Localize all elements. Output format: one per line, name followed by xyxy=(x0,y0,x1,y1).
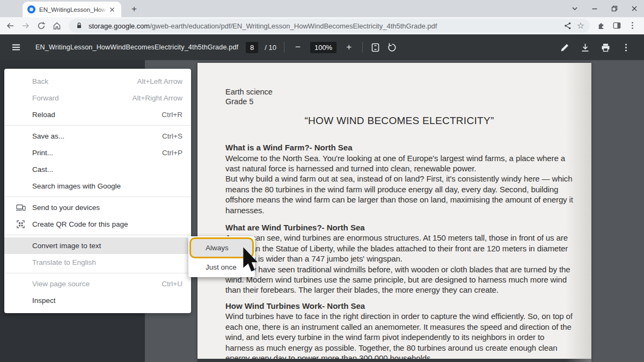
doc-title: “HOW WIND BECOMES ELECTRICITY” xyxy=(225,115,573,127)
doc-paragraph: Wind turbines have to face in the right … xyxy=(225,311,573,362)
menu-separator xyxy=(4,197,191,197)
pdf-action-buttons xyxy=(560,42,633,53)
menu-item-label: Save as... xyxy=(32,132,64,140)
toolbar-divider xyxy=(362,42,363,53)
menu-item-label: Create QR Code for this page xyxy=(32,220,128,228)
url-domain: storage.google.com xyxy=(89,22,150,30)
menu-item-send-to-devices[interactable]: Send to your devices xyxy=(4,199,191,216)
menu-item-label: View page source xyxy=(32,280,90,288)
zoom-out-button[interactable]: − xyxy=(292,41,304,53)
tab-strip: EN_WritingLesson_HowWindBec + xyxy=(0,0,644,17)
tab-search-chevron-icon[interactable] xyxy=(570,4,579,13)
minimize-icon[interactable] xyxy=(590,4,599,13)
tab-close-icon[interactable] xyxy=(108,6,116,13)
page-total-label: / 10 xyxy=(265,44,276,52)
submenu-item-label: Just once xyxy=(206,263,237,271)
close-window-icon[interactable] xyxy=(630,4,639,13)
doc-section: What is a Wind Farm?- North Sea Welcome … xyxy=(225,142,573,215)
menu-separator xyxy=(4,125,191,126)
reload-icon[interactable] xyxy=(36,21,46,31)
toolbar-divider xyxy=(284,42,284,53)
omnibox[interactable]: storage.google.com/gweb-earth/education/… xyxy=(69,19,590,33)
doc-paragraph: But why build a wind farm out at sea, in… xyxy=(225,173,573,215)
browser-menu-kebab-icon[interactable] xyxy=(628,21,638,31)
share-icon[interactable] xyxy=(564,21,573,31)
doc-section: How Wind Turbines Work- North Sea Wind t… xyxy=(225,301,573,362)
pdf-page[interactable]: Earth science Grade 5 “HOW WIND BECOMES … xyxy=(197,63,591,362)
home-icon[interactable] xyxy=(52,21,62,31)
back-icon[interactable] xyxy=(5,21,15,31)
annotate-pencil-icon[interactable] xyxy=(560,42,570,53)
menu-item-reload[interactable]: Reload Ctrl+R xyxy=(4,106,191,123)
page-bottom-edge xyxy=(197,359,591,362)
devices-icon xyxy=(16,202,26,213)
lock-icon[interactable] xyxy=(75,21,84,31)
browser-tab[interactable]: EN_WritingLesson_HowWindBec xyxy=(23,2,121,17)
menu-item-label: Reload xyxy=(32,111,55,119)
menu-item-convert-image-to-text[interactable]: Convert image to text xyxy=(4,237,191,254)
doc-section-heading: How Wind Turbines Work- North Sea xyxy=(225,301,573,312)
doc-course-label: Earth science xyxy=(225,87,573,97)
menu-item-label: Translate to English xyxy=(32,258,96,266)
pdf-more-options-kebab-icon[interactable] xyxy=(621,42,631,53)
context-menu: Back Alt+Left Arrow Forward Alt+Right Ar… xyxy=(4,69,191,313)
doc-paragraph: As you can see, wind turbines are enormo… xyxy=(225,233,573,264)
menu-item-label: Print... xyxy=(32,149,53,157)
menu-item-label: Back xyxy=(32,77,48,85)
fit-to-page-icon[interactable] xyxy=(370,42,380,53)
menu-item-label: Send to your devices xyxy=(32,204,100,212)
menu-item-label: Convert image to text xyxy=(32,242,101,250)
window-controls xyxy=(570,0,639,17)
mouse-cursor-icon xyxy=(243,248,261,274)
menu-item-print[interactable]: Print... Ctrl+P xyxy=(4,144,191,161)
menu-item-forward[interactable]: Forward Alt+Right Arrow xyxy=(4,90,191,106)
pdf-menu-hamburger-icon[interactable] xyxy=(11,42,21,53)
pdf-toolbar: EN_WritingLesson_HowWindBecomesElectrici… xyxy=(0,34,644,60)
menu-item-inspect[interactable]: Inspect xyxy=(4,292,191,309)
menu-item-shortcut: Alt+Right Arrow xyxy=(133,94,182,102)
restore-window-icon[interactable] xyxy=(610,4,619,13)
download-icon[interactable] xyxy=(580,42,590,53)
menu-item-label: Search images with Google xyxy=(32,182,121,190)
zoom-in-button[interactable]: + xyxy=(343,41,355,53)
rotate-icon[interactable] xyxy=(387,42,397,53)
menu-item-search-images[interactable]: Search images with Google xyxy=(4,178,191,194)
side-panel-icon[interactable] xyxy=(612,21,622,31)
extensions-puzzle-icon[interactable] xyxy=(597,21,606,31)
menu-separator xyxy=(4,235,191,235)
bookmark-star-icon[interactable]: ☆ xyxy=(577,21,584,30)
menu-item-shortcut: Ctrl+P xyxy=(162,149,182,157)
tab-title: EN_WritingLesson_HowWindBec xyxy=(39,6,107,13)
url-path: /gweb-earth/education/pdf/EN_WritingLess… xyxy=(150,22,437,30)
menu-item-translate-to-english[interactable]: Translate to English xyxy=(4,254,191,271)
menu-item-shortcut: Ctrl+U xyxy=(162,280,182,288)
url-text: storage.google.com/gweb-earth/education/… xyxy=(89,22,559,30)
new-tab-button[interactable]: + xyxy=(129,4,140,15)
pdf-document-title: EN_WritingLesson_HowWindBecomesElectrici… xyxy=(35,44,238,51)
address-bar: storage.google.com/gweb-earth/education/… xyxy=(0,17,644,34)
menu-item-label: Forward xyxy=(32,94,59,102)
menu-item-label: Inspect xyxy=(32,296,56,305)
doc-paragraph: Welcome to the North Sea. You're looking… xyxy=(225,153,573,174)
doc-paragraph: You may have seen traditional windmills … xyxy=(225,264,573,295)
menu-item-create-qr-code[interactable]: Create QR Code for this page xyxy=(4,216,191,233)
zoom-level-value[interactable]: 100% xyxy=(310,42,336,53)
menu-separator xyxy=(4,273,191,273)
menu-item-save-as[interactable]: Save as... Ctrl+S xyxy=(4,128,191,144)
qr-code-icon xyxy=(16,219,26,229)
doc-section: What are Wind Turbines?- North Sea As yo… xyxy=(225,222,573,295)
menu-item-shortcut: Ctrl+R xyxy=(162,111,182,119)
submenu-item-label: Always xyxy=(206,244,229,252)
print-icon[interactable] xyxy=(601,42,611,53)
menu-item-shortcut: Ctrl+S xyxy=(162,132,182,140)
pdf-favicon-icon xyxy=(27,5,35,13)
document-content: Earth science Grade 5 “HOW WIND BECOMES … xyxy=(225,87,573,362)
doc-section-heading: What is a Wind Farm?- North Sea xyxy=(225,142,573,153)
menu-item-view-page-source[interactable]: View page source Ctrl+U xyxy=(4,276,191,292)
page-number-input[interactable]: 8 xyxy=(246,42,258,53)
menu-item-shortcut: Alt+Left Arrow xyxy=(137,77,182,85)
menu-item-cast[interactable]: Cast... xyxy=(4,161,191,178)
forward-icon[interactable] xyxy=(21,21,31,31)
menu-item-back[interactable]: Back Alt+Left Arrow xyxy=(4,73,191,90)
pdf-page-controls: 8 / 10 − 100% + xyxy=(246,34,397,60)
